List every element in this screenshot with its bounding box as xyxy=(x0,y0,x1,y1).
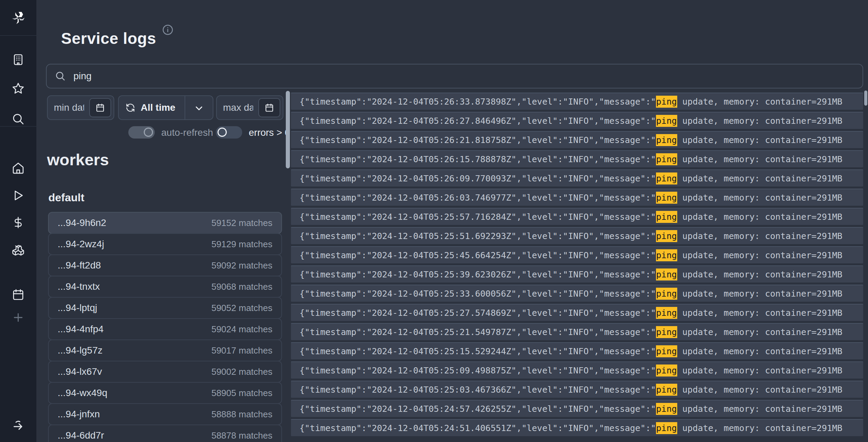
sidebar-item-favorites[interactable] xyxy=(11,82,25,95)
search-match-highlight: ping xyxy=(656,384,677,396)
search-match-highlight: ping xyxy=(656,249,677,261)
log-text: {"timestamp":"2024-12-04T05:26:21.818758… xyxy=(300,135,656,145)
worker-id: ...94-lptqj xyxy=(58,302,97,313)
home-icon xyxy=(12,162,25,175)
time-range-label: All time xyxy=(141,102,175,113)
min-date-input[interactable]: min date xyxy=(47,95,114,120)
log-text: {"timestamp":"2024-12-04T05:24:57.426255… xyxy=(300,404,656,414)
button-divider xyxy=(185,96,185,119)
log-text: update, memory: container=291MB xyxy=(677,174,843,183)
worker-match-count: 59002 matches xyxy=(211,367,272,377)
min-date-calendar-button[interactable] xyxy=(89,98,111,117)
log-row[interactable]: {"timestamp":"2024-12-04T05:24:51.406551… xyxy=(291,419,863,436)
search-match-highlight: ping xyxy=(656,403,677,415)
log-text: {"timestamp":"2024-12-04T05:25:45.664254… xyxy=(300,250,656,260)
log-search-input[interactable]: ping xyxy=(46,64,863,88)
log-row[interactable]: {"timestamp":"2024-12-04T05:25:33.600056… xyxy=(291,285,863,302)
log-row[interactable]: {"timestamp":"2024-12-04T05:26:15.788878… xyxy=(291,150,863,167)
worker-row[interactable]: ...94-tnxtx 59068 matches xyxy=(48,276,282,298)
log-scrollbar-thumb[interactable] xyxy=(286,91,290,168)
log-row[interactable]: {"timestamp":"2024-12-04T05:25:39.623026… xyxy=(291,265,863,283)
log-row[interactable]: {"timestamp":"2024-12-04T05:26:09.770093… xyxy=(291,169,863,187)
worker-row[interactable]: ...94-ft2d8 59092 matches xyxy=(48,254,282,276)
sidebar-expand-button[interactable] xyxy=(11,418,25,432)
log-text: {"timestamp":"2024-12-04T05:25:57.716284… xyxy=(300,212,656,222)
worker-match-count: 58905 matches xyxy=(211,388,272,398)
log-row[interactable]: {"timestamp":"2024-12-04T05:25:45.664254… xyxy=(291,246,863,263)
log-text: {"timestamp":"2024-12-04T05:25:09.498875… xyxy=(300,366,656,375)
log-row[interactable]: {"timestamp":"2024-12-04T05:25:15.529244… xyxy=(291,342,863,359)
log-text: update, memory: container=291MB xyxy=(677,270,843,279)
time-range-button[interactable]: All time xyxy=(118,95,213,120)
log-text: {"timestamp":"2024-12-04T05:25:21.549787… xyxy=(300,327,656,337)
log-row[interactable]: {"timestamp":"2024-12-04T05:26:33.873898… xyxy=(291,93,863,110)
sidebar xyxy=(0,0,36,442)
log-row[interactable]: {"timestamp":"2024-12-04T05:26:21.818758… xyxy=(291,131,863,148)
log-text: update, memory: container=291MB xyxy=(677,423,843,433)
max-date-placeholder: max date xyxy=(223,96,253,119)
log-row[interactable]: {"timestamp":"2024-12-04T05:25:27.574869… xyxy=(291,304,863,321)
log-row[interactable]: {"timestamp":"2024-12-04T05:25:21.549787… xyxy=(291,323,863,340)
log-row[interactable]: {"timestamp":"2024-12-04T05:26:27.846496… xyxy=(291,112,863,129)
min-date-placeholder: min date xyxy=(54,96,84,119)
log-text: update, memory: container=291MB xyxy=(677,366,843,375)
max-date-calendar-button[interactable] xyxy=(258,98,280,117)
search-match-highlight: ping xyxy=(656,230,677,242)
worker-row[interactable]: ...94-lptqj 59052 matches xyxy=(48,297,282,319)
sidebar-divider xyxy=(0,126,36,127)
worker-id: ...94-lx67v xyxy=(58,366,102,377)
sidebar-item-resources[interactable] xyxy=(11,243,25,256)
page-scrollbar-thumb[interactable] xyxy=(864,91,867,106)
worker-row[interactable]: ...94-lg57z 59017 matches xyxy=(48,339,282,361)
log-text: update, memory: container=291MB xyxy=(677,212,843,222)
sidebar-item-search[interactable] xyxy=(11,112,25,126)
max-date-input[interactable]: max date xyxy=(216,95,283,120)
building-icon xyxy=(12,53,25,66)
search-match-highlight: ping xyxy=(656,365,677,377)
log-text: update, memory: container=291MB xyxy=(677,154,843,164)
sidebar-item-variables[interactable] xyxy=(11,216,25,229)
errors-toggle[interactable] xyxy=(216,126,242,139)
auto-refresh-toggle[interactable] xyxy=(128,126,155,139)
log-row[interactable]: {"timestamp":"2024-12-04T05:24:57.426255… xyxy=(291,400,863,417)
worker-match-count: 59068 matches xyxy=(211,282,272,292)
sidebar-item-home[interactable] xyxy=(11,161,25,175)
sidebar-item-workspace[interactable] xyxy=(11,53,25,67)
chevron-down-icon[interactable] xyxy=(193,103,204,114)
search-match-highlight: ping xyxy=(656,268,677,280)
log-scrollbar xyxy=(286,91,290,442)
worker-list: ...94-9h6n2 59152 matches ...94-2wz4j 59… xyxy=(48,213,282,442)
worker-row[interactable]: ...94-4nfp4 59024 matches xyxy=(48,318,282,340)
sidebar-item-runs[interactable] xyxy=(11,189,25,202)
log-row[interactable]: {"timestamp":"2024-12-04T05:25:57.716284… xyxy=(291,208,863,225)
log-row[interactable]: {"timestamp":"2024-12-04T05:26:03.746977… xyxy=(291,189,863,206)
worker-match-count: 59152 matches xyxy=(211,218,272,228)
worker-match-count: 58878 matches xyxy=(211,430,272,441)
log-text: {"timestamp":"2024-12-04T05:25:03.467366… xyxy=(300,385,656,395)
search-icon xyxy=(12,112,25,126)
log-text: update, memory: container=291MB xyxy=(677,289,843,299)
log-row[interactable]: {"timestamp":"2024-12-04T05:25:51.692293… xyxy=(291,227,863,244)
worker-match-count: 59024 matches xyxy=(211,324,272,335)
worker-row[interactable]: ...94-lx67v 59002 matches xyxy=(48,361,282,383)
log-text: update, memory: container=291MB xyxy=(677,135,843,145)
worker-row[interactable]: ...94-9h6n2 59152 matches xyxy=(48,212,282,234)
worker-row[interactable]: ...94-6dd7r 58878 matches xyxy=(48,425,282,442)
info-icon[interactable] xyxy=(162,24,174,36)
log-row[interactable]: {"timestamp":"2024-12-04T05:25:03.467366… xyxy=(291,381,863,398)
worker-row[interactable]: ...94-jnfxn 58888 matches xyxy=(48,403,282,425)
log-row[interactable]: {"timestamp":"2024-12-04T05:25:09.498875… xyxy=(291,361,863,379)
sidebar-item-schedules[interactable] xyxy=(11,288,25,301)
worker-id: ...94-ft2d8 xyxy=(58,260,101,271)
worker-group-label: default xyxy=(48,191,84,204)
search-match-highlight: ping xyxy=(656,115,677,127)
plus-icon xyxy=(12,311,25,324)
worker-row[interactable]: ...94-2wz4j 59129 matches xyxy=(48,233,282,255)
sidebar-item-add[interactable] xyxy=(11,311,25,324)
windmill-logo[interactable] xyxy=(0,0,36,36)
calendar-icon xyxy=(12,288,25,301)
search-match-highlight: ping xyxy=(656,192,677,204)
log-text: {"timestamp":"2024-12-04T05:24:51.406551… xyxy=(300,423,656,433)
worker-row[interactable]: ...94-wx49q 58905 matches xyxy=(48,382,282,404)
expand-arrow-icon xyxy=(12,419,25,432)
